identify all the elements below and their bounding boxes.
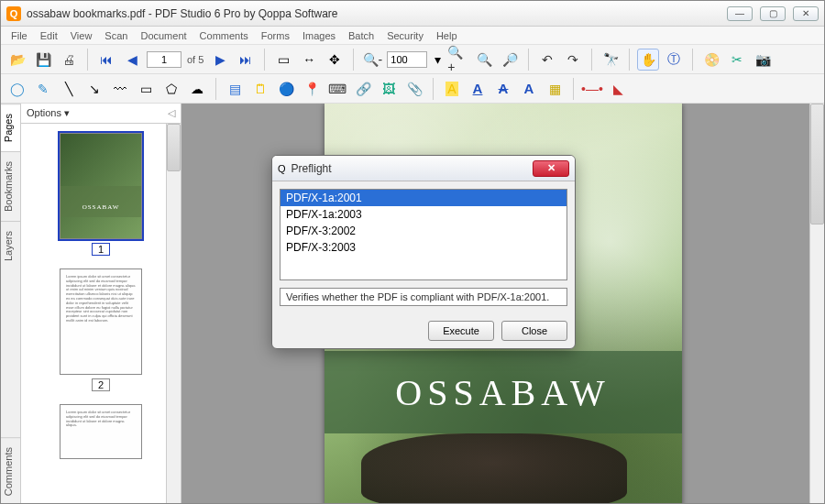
rotate-ccw-icon[interactable]: ↶: [536, 49, 558, 71]
textbox-tool-icon[interactable]: ▤: [224, 78, 246, 100]
minimize-button[interactable]: —: [727, 6, 753, 21]
window-titlebar: Q ossabaw bookmarks.pdf - PDF Studio 6 P…: [1, 1, 824, 27]
circle-tool-icon[interactable]: ◯: [6, 78, 28, 100]
save-icon[interactable]: 💾: [32, 49, 54, 71]
prev-page-icon[interactable]: ◀: [121, 49, 143, 71]
pencil-tool-icon[interactable]: ✎: [32, 78, 54, 100]
zoom-tool-icon[interactable]: 🔍: [473, 49, 495, 71]
dialog-titlebar[interactable]: Q Preflight ✕: [272, 156, 575, 181]
separator: [264, 49, 265, 71]
thumb-collapse-icon[interactable]: ◁: [168, 107, 175, 119]
window-close-button[interactable]: ✕: [793, 6, 819, 21]
area-highlight-icon[interactable]: ▦: [544, 78, 566, 100]
link-tool-icon[interactable]: 🔗: [352, 78, 374, 100]
app-icon: Q: [6, 6, 21, 21]
dialog-title: Preflight: [292, 162, 533, 175]
search-icon[interactable]: 🔭: [600, 49, 622, 71]
thumbnail-image: OSSABAW: [60, 133, 142, 239]
thumbnail-page-1[interactable]: OSSABAW 1: [60, 133, 142, 256]
thumbnail-image: Lorem ipsum dolor sit amet consectetur a…: [60, 404, 142, 459]
hand-tool-icon[interactable]: ✋: [637, 49, 659, 71]
image-tool-icon[interactable]: 🖼: [378, 78, 400, 100]
sticky-note-icon[interactable]: 🗒: [249, 78, 271, 100]
strikeout-icon[interactable]: A: [492, 78, 514, 100]
thumbnail-panel: Options ▾ ◁ OSSABAW 1 Lorem ipsum dolor …: [21, 104, 182, 504]
attachment-icon[interactable]: 📎: [403, 78, 425, 100]
separator: [591, 49, 592, 71]
arrow-tool-icon[interactable]: ↘: [83, 78, 105, 100]
thumbnail-page-3[interactable]: Lorem ipsum dolor sit amet consectetur a…: [60, 404, 142, 459]
menu-images[interactable]: Images: [298, 28, 340, 43]
list-item[interactable]: PDF/X-1a:2001: [280, 190, 566, 206]
menu-batch[interactable]: Batch: [344, 28, 379, 43]
menu-comments[interactable]: Comments: [195, 28, 253, 43]
list-item[interactable]: PDF/X-3:2003: [280, 239, 566, 256]
side-tab-layers[interactable]: Layers: [1, 221, 20, 270]
first-page-icon[interactable]: ⏮: [95, 49, 117, 71]
toolbar-primary: 📂 💾 🖨 ⏮ ◀ of 5 ▶ ⏭ ▭ ↔ ✥ 🔍- ▾ 🔍+ 🔍 🔎 ↶ ↷…: [1, 45, 824, 74]
line-tool-icon[interactable]: ╲: [58, 78, 80, 100]
menu-view[interactable]: View: [66, 28, 97, 43]
underline-icon[interactable]: A: [467, 78, 489, 100]
dialog-button-row: Execute Close: [272, 313, 575, 348]
dialog-body: PDF/X-1a:2001 PDF/X-1a:2003 PDF/X-3:2002…: [272, 181, 575, 313]
page-number-input[interactable]: [147, 51, 182, 68]
last-page-icon[interactable]: ⏭: [235, 49, 257, 71]
list-item[interactable]: PDF/X-1a:2003: [280, 206, 566, 223]
zoom-input[interactable]: [387, 51, 427, 68]
separator: [573, 78, 574, 100]
print-icon[interactable]: 🖨: [58, 49, 80, 71]
fit-width-icon[interactable]: ↔: [298, 49, 320, 71]
squiggly-icon[interactable]: A: [518, 78, 540, 100]
page-count-label: of 5: [185, 54, 205, 65]
zoom-out-icon[interactable]: 🔍-: [361, 49, 383, 71]
dialog-close-button[interactable]: ✕: [533, 160, 569, 177]
polygon-tool-icon[interactable]: ⬠: [160, 78, 182, 100]
menu-forms[interactable]: Forms: [257, 28, 294, 43]
snapshot-icon[interactable]: 📷: [752, 49, 774, 71]
document-scrollbar[interactable]: [809, 104, 824, 504]
thumbnail-page-2[interactable]: Lorem ipsum dolor sit amet consectetur a…: [60, 268, 142, 391]
menu-help[interactable]: Help: [432, 28, 462, 43]
separator: [215, 78, 216, 100]
loupe-icon[interactable]: 🔎: [499, 49, 521, 71]
highlight-icon[interactable]: A: [441, 78, 463, 100]
thumbnail-scrollbar[interactable]: [166, 124, 181, 504]
preflight-profile-list[interactable]: PDF/X-1a:2001 PDF/X-1a:2003 PDF/X-3:2002…: [280, 189, 567, 280]
menu-document[interactable]: Document: [136, 28, 191, 43]
fit-page-icon[interactable]: ✥: [324, 49, 346, 71]
cloud-tool-icon[interactable]: ☁: [186, 78, 208, 100]
list-item[interactable]: PDF/X-3:2002: [280, 223, 566, 239]
thumb-options-button[interactable]: Options ▾: [27, 107, 70, 119]
sound-tool-icon[interactable]: 🔵: [275, 78, 297, 100]
separator: [353, 49, 354, 71]
menu-file[interactable]: File: [6, 28, 32, 43]
thumbnail-header: Options ▾ ◁: [21, 104, 181, 124]
rotate-cw-icon[interactable]: ↷: [562, 49, 584, 71]
side-tab-bookmarks[interactable]: Bookmarks: [1, 151, 20, 221]
polyline-tool-icon[interactable]: 〰: [109, 78, 131, 100]
menu-security[interactable]: Security: [382, 28, 428, 43]
side-tab-comments[interactable]: Comments: [1, 437, 20, 504]
next-page-icon[interactable]: ▶: [209, 49, 231, 71]
execute-button[interactable]: Execute: [428, 321, 494, 341]
menu-scan[interactable]: Scan: [100, 28, 132, 43]
zoom-dropdown-icon[interactable]: ▾: [431, 49, 444, 71]
zoom-in-icon[interactable]: 🔍+: [447, 49, 469, 71]
close-button[interactable]: Close: [501, 321, 567, 341]
crop-icon[interactable]: ✂: [726, 49, 748, 71]
perimeter-tool-icon[interactable]: ◣: [607, 78, 629, 100]
dialog-icon: Q: [278, 163, 286, 174]
scanner-icon[interactable]: 📀: [700, 49, 722, 71]
stamp-tool-icon[interactable]: 📍: [301, 78, 323, 100]
menu-edit[interactable]: Edit: [36, 28, 62, 43]
text-select-icon[interactable]: Ⓣ: [663, 49, 685, 71]
fit-actual-icon[interactable]: ▭: [272, 49, 294, 71]
side-tab-pages[interactable]: Pages: [1, 104, 20, 151]
open-icon[interactable]: 📂: [6, 49, 28, 71]
distance-tool-icon[interactable]: •—•: [581, 78, 603, 100]
maximize-button[interactable]: ▢: [760, 6, 786, 21]
rectangle-tool-icon[interactable]: ▭: [135, 78, 157, 100]
separator: [87, 49, 88, 71]
typewriter-tool-icon[interactable]: ⌨: [326, 78, 348, 100]
